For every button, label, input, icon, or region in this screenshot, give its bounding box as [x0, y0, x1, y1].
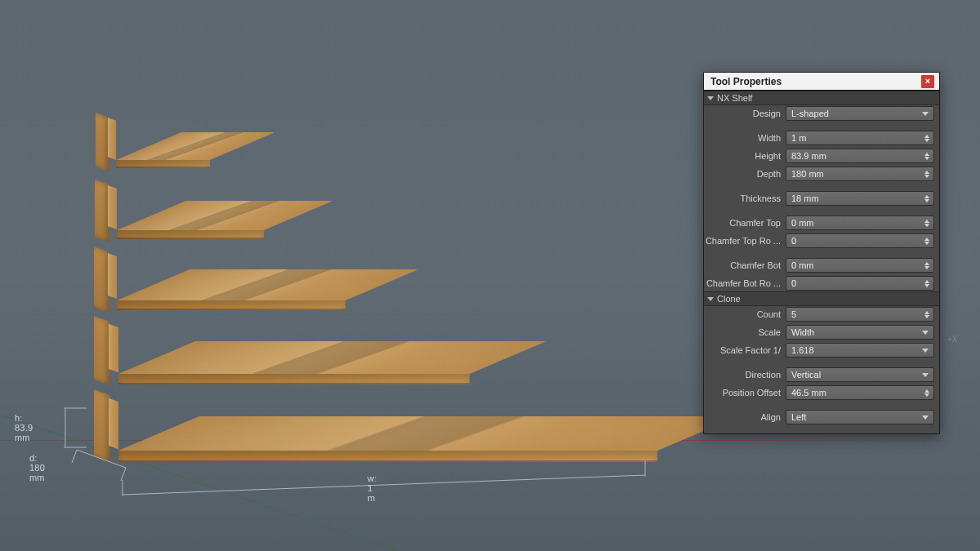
label-chamfer-bot-round: Chamfer Bot Ro ... — [704, 278, 782, 288]
label-thickness: Thickness — [704, 193, 782, 203]
section-title: NX Shelf — [717, 93, 752, 103]
tool-properties-panel[interactable]: Tool Properties × NX Shelf Design L-shap… — [703, 72, 940, 434]
width-field[interactable]: 1 m — [786, 131, 934, 145]
section-clone[interactable]: Clone — [704, 291, 939, 306]
close-icon[interactable]: × — [921, 75, 934, 88]
section-nx-shelf[interactable]: NX Shelf — [704, 91, 939, 105]
label-align: Align — [704, 412, 782, 422]
chamfer-bot-field[interactable]: 0 mm — [786, 258, 934, 273]
label-direction: Direction — [704, 370, 782, 380]
label-depth: Depth — [704, 169, 782, 179]
scale-factor-dropdown[interactable]: 1.618 — [786, 343, 934, 358]
svg-line-3 — [77, 450, 126, 468]
scale-dropdown[interactable]: Width — [786, 325, 934, 340]
svg-line-4 — [72, 450, 77, 463]
chevron-down-icon — [707, 96, 714, 100]
chamfer-top-round-field[interactable]: 0 — [786, 233, 934, 248]
label-count: Count — [704, 309, 782, 319]
count-field[interactable]: 5 — [786, 307, 934, 322]
svg-line-8 — [122, 475, 645, 495]
label-scale-factor: Scale Factor 1/ — [704, 345, 782, 355]
chamfer-bot-round-field[interactable]: 0 — [786, 276, 934, 291]
spinner-icon[interactable] — [922, 387, 932, 398]
label-chamfer-bot: Chamfer Bot — [704, 260, 782, 270]
label-scale: Scale — [704, 327, 782, 337]
axis-x-label: +X — [947, 335, 958, 344]
chevron-down-icon — [707, 297, 714, 301]
panel-title: Tool Properties — [710, 76, 921, 87]
label-chamfer-top: Chamfer Top — [704, 218, 782, 228]
label-height: Height — [704, 151, 782, 161]
label-chamfer-top-round: Chamfer Top Ro ... — [704, 236, 782, 246]
spinner-icon[interactable] — [922, 235, 932, 247]
align-dropdown[interactable]: Left — [786, 410, 934, 424]
section-title: Clone — [717, 294, 741, 304]
spinner-icon[interactable] — [922, 193, 932, 204]
direction-dropdown[interactable]: Vertical — [786, 367, 934, 382]
depth-field[interactable]: 180 mm — [786, 167, 934, 181]
position-offset-field[interactable]: 46.5 mm — [786, 385, 934, 400]
spinner-icon[interactable] — [922, 309, 932, 320]
spinner-icon[interactable] — [922, 278, 932, 289]
spinner-icon[interactable] — [922, 132, 932, 144]
design-dropdown[interactable]: L-shaped — [786, 106, 934, 121]
svg-line-5 — [121, 468, 126, 481]
panel-titlebar[interactable]: Tool Properties × — [704, 73, 939, 91]
label-width: Width — [704, 133, 782, 143]
spinner-icon[interactable] — [922, 217, 932, 229]
spinner-icon[interactable] — [922, 260, 932, 271]
spinner-icon[interactable] — [922, 150, 932, 162]
label-position-offset: Position Offset — [704, 388, 782, 398]
height-field[interactable]: 83.9 mm — [786, 149, 934, 163]
label-design: Design — [704, 109, 782, 118]
spinner-icon[interactable] — [922, 168, 932, 180]
chamfer-top-field[interactable]: 0 mm — [786, 216, 934, 230]
thickness-field[interactable]: 18 mm — [786, 191, 934, 206]
